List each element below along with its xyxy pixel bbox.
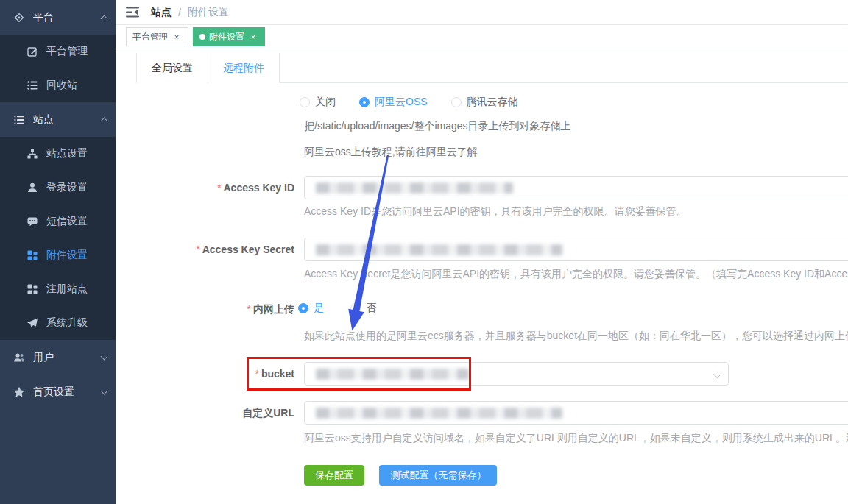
masked-value (316, 182, 513, 194)
storage-type-radio-group: 关闭 阿里云OSS 腾讯云存储 (300, 96, 518, 109)
sidebar-item-label: 站点设置 (46, 147, 107, 160)
sidebar-item-platform[interactable]: 平台 (0, 0, 116, 35)
chevron-down-icon (713, 370, 721, 378)
radio-no[interactable]: 否 (350, 302, 376, 315)
sidebar-item-site-settings[interactable]: 站点设置 (0, 137, 116, 171)
main-content: 全局设置 远程附件 关闭 阿里云OSS 腾讯云存储 把/static/uploa… (116, 49, 848, 504)
list-icon (26, 79, 38, 91)
platform-icon (13, 12, 25, 24)
radio-close[interactable]: 关闭 (300, 96, 336, 109)
users-icon (13, 352, 25, 363)
access-key-id-help: Access Key ID是您访问阿里云API的密钥，具有该用户完全的权限。请您… (304, 205, 687, 219)
send-icon (26, 317, 38, 329)
close-icon[interactable]: × (248, 32, 258, 42)
required-marker: * (217, 182, 221, 194)
sidebar-item-label: 平台 (33, 11, 102, 24)
topbar: 站点 / 附件设置 (116, 0, 848, 25)
sidebar-item-label: 平台管理 (46, 45, 107, 58)
radio-label: 关闭 (315, 96, 336, 109)
bucket-label: *bucket (116, 362, 294, 386)
sidebar-item-register-site[interactable]: 注册站点 (0, 272, 116, 306)
upload-path-hint: 把/static/upload/images/整个images目录上传到对象存储… (304, 120, 571, 133)
required-marker: * (196, 244, 199, 255)
masked-value (316, 244, 562, 255)
sidebar-item-platform-manage[interactable]: 平台管理 (0, 35, 116, 68)
sidebar-item-sms-settings[interactable]: 短信设置 (0, 205, 116, 238)
sidebar-item-attachment-settings[interactable]: 附件设置 (0, 238, 116, 272)
breadcrumb-attachment-settings: 附件设置 (188, 6, 229, 19)
tab-remote-attachment[interactable]: 远程附件 (208, 53, 280, 83)
breadcrumb-separator: / (178, 7, 181, 18)
radio-icon (300, 97, 310, 107)
sidebar-item-homepage-settings[interactable]: 首页设置 (0, 375, 116, 409)
close-icon[interactable]: × (172, 32, 182, 42)
intranet-upload-label: *内网上传 (116, 302, 294, 316)
chevron-down-icon (101, 387, 108, 394)
custom-url-help: 阿里云oss支持用户自定义访问域名，如果自定义了URL则用自定义的URL，如果未… (304, 432, 848, 445)
intranet-upload-help: 如果此站点使用的是阿里云ecs服务器，并且服务器与bucket在同一地区（如：同… (304, 330, 848, 343)
sidebar-item-label: 首页设置 (33, 386, 102, 399)
user-icon (26, 182, 38, 194)
tags-view: 平台管理 × 附件设置 × (116, 25, 848, 49)
tag-attachment-settings[interactable]: 附件设置 × (193, 27, 265, 46)
sitemap-icon (26, 148, 38, 160)
radio-tencent-cos[interactable]: 腾讯云存储 (451, 96, 518, 109)
site-icon (13, 114, 25, 126)
bucket-select[interactable] (304, 362, 729, 386)
access-key-secret-input[interactable] (304, 238, 848, 261)
tab-global-settings[interactable]: 全局设置 (136, 53, 208, 83)
chevron-up-icon (101, 118, 108, 125)
sidebar-item-recycle-bin[interactable]: 回收站 (0, 68, 116, 102)
radio-icon (359, 97, 370, 107)
sidebar-item-label: 系统升级 (46, 316, 107, 330)
radio-label: 是 (314, 302, 324, 315)
required-marker: * (255, 368, 258, 380)
radio-label: 腾讯云存储 (467, 96, 518, 109)
masked-value (316, 369, 469, 380)
grid-icon (26, 283, 38, 295)
settings-tabs: 全局设置 远程附件 (136, 53, 848, 83)
radio-icon (350, 303, 361, 313)
custom-url-label: 自定义URL (116, 401, 294, 425)
sidebar-item-label: 登录设置 (46, 181, 107, 194)
radio-yes[interactable]: 是 (298, 302, 324, 315)
breadcrumb-site[interactable]: 站点 (151, 6, 172, 19)
message-icon (26, 216, 38, 227)
grid-icon (26, 249, 38, 261)
sidebar-item-users[interactable]: 用户 (0, 340, 116, 375)
sidebar-item-label: 短信设置 (46, 215, 107, 228)
active-dot-icon (199, 34, 205, 40)
form-actions: 保存配置 测试配置（无需保存） (304, 465, 497, 486)
radio-aliyun-oss[interactable]: 阿里云OSS (359, 96, 428, 109)
edit-icon (26, 46, 38, 57)
sidebar-item-login-settings[interactable]: 登录设置 (0, 171, 116, 205)
save-config-button[interactable]: 保存配置 (304, 465, 364, 486)
tag-label: 附件设置 (209, 31, 244, 43)
radio-icon (451, 97, 462, 107)
access-key-id-input[interactable] (304, 176, 848, 199)
radio-icon (298, 303, 308, 313)
sidebar: 平台 平台管理 回收站 站点 站点设置 (0, 0, 116, 504)
custom-url-input[interactable] (304, 401, 848, 425)
tag-platform-manage[interactable]: 平台管理 × (126, 27, 188, 46)
sidebar-item-label: 注册站点 (46, 283, 107, 296)
sidebar-item-site[interactable]: 站点 (0, 102, 116, 137)
sidebar-fold-icon[interactable] (126, 7, 139, 18)
breadcrumb: 站点 / 附件设置 (151, 6, 229, 19)
access-key-secret-label: *Access Key Secret (116, 238, 294, 261)
sidebar-item-label: 站点 (33, 113, 102, 127)
sidebar-item-label: 用户 (33, 351, 102, 364)
tag-label: 平台管理 (132, 31, 168, 43)
oss-tutorial-hint: 阿里云oss上传教程,请前往阿里云了解 (304, 146, 478, 159)
test-config-button[interactable]: 测试配置（无需保存） (379, 465, 497, 486)
sidebar-item-label: 回收站 (46, 79, 107, 92)
access-key-secret-help: Access Key Secret是您访问阿里云API的密钥，具有该用户完全的权… (304, 268, 848, 281)
radio-label: 否 (366, 302, 376, 315)
star-icon (13, 386, 25, 398)
attachment-settings-page: 平台 平台管理 回收站 站点 站点设置 (0, 0, 848, 504)
intranet-upload-radio-group: 是 否 (298, 302, 376, 315)
sidebar-item-system-upgrade[interactable]: 系统升级 (0, 306, 116, 340)
required-marker: * (247, 303, 251, 315)
chevron-down-icon (101, 352, 108, 360)
masked-value (316, 408, 562, 419)
